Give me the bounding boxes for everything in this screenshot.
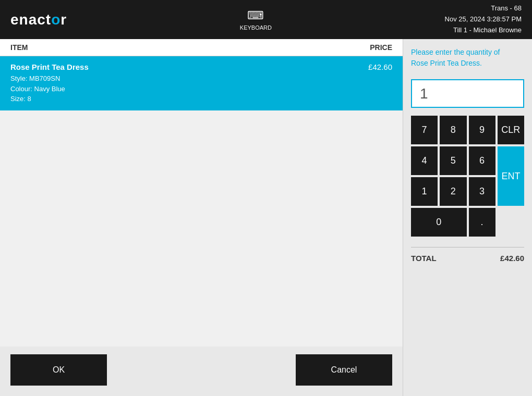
quantity-input[interactable]: 1 (411, 79, 524, 108)
keyboard-icon: ⌨ (247, 9, 264, 22)
num-6-button[interactable]: 6 (469, 146, 495, 175)
right-panel: Please enter the quantity of Rose Print … (403, 39, 532, 396)
item-price: £42.60 (340, 63, 392, 71)
date-info: Nov 25, 2024 3:28:57 PM (445, 14, 522, 25)
ok-button[interactable]: OK (10, 354, 107, 386)
table-empty-space (0, 110, 403, 347)
header-info: Trans - 68 Nov 25, 2024 3:28:57 PM Till … (445, 3, 522, 35)
num-7-button[interactable]: 7 (411, 116, 438, 144)
prompt-line1: Please enter the quantity of (411, 48, 500, 56)
dot-button[interactable]: . (469, 208, 495, 237)
numpad: 7 8 9 CLR 4 5 6 ENT 1 2 3 0 . (411, 116, 524, 237)
num-0-button[interactable]: 0 (411, 208, 467, 237)
prompt-line2: Rose Print Tea Dress. (411, 59, 482, 67)
item-colour: Colour: Navy Blue (10, 84, 340, 94)
left-panel: ITEM PRICE Rose Print Tea Dress Style: M… (0, 39, 403, 396)
trans-info: Trans - 68 (445, 3, 522, 14)
cancel-button[interactable]: Cancel (296, 354, 392, 386)
ent-button[interactable]: ENT (498, 146, 524, 206)
total-value: £42.60 (500, 254, 524, 263)
total-row: TOTAL £42.60 (411, 254, 524, 263)
column-price: PRICE (340, 43, 392, 52)
till-user-info: Till 1 - Michael Browne (445, 25, 522, 36)
item-style: Style: MB709SN (10, 73, 340, 84)
total-label: TOTAL (411, 254, 437, 263)
num-3-button[interactable]: 3 (469, 177, 495, 206)
till-info: Till 1 (453, 26, 467, 34)
item-name: Rose Print Tea Dress (10, 63, 340, 71)
clr-button[interactable]: CLR (498, 116, 524, 144)
num-4-button[interactable]: 4 (411, 146, 438, 175)
table-header: ITEM PRICE (0, 39, 403, 56)
app-header: enactor ⌨ KEYBOARD Trans - 68 Nov 25, 20… (0, 0, 532, 39)
bottom-bar: OK Cancel (0, 346, 403, 396)
num-9-button[interactable]: 9 (469, 116, 495, 144)
item-size: Size: 8 (10, 94, 340, 104)
num-2-button[interactable]: 2 (440, 177, 466, 206)
total-divider (411, 247, 524, 247)
row-item-details: Rose Print Tea Dress Style: MB709SN Colo… (10, 63, 340, 104)
keyboard-button[interactable]: ⌨ KEYBOARD (240, 9, 272, 31)
num-5-button[interactable]: 5 (440, 146, 466, 175)
app-logo: enactor (10, 11, 67, 28)
num-8-button[interactable]: 8 (440, 116, 466, 144)
num-1-button[interactable]: 1 (411, 177, 438, 206)
user-info: - Michael Browne (469, 26, 522, 34)
keyboard-label: KEYBOARD (240, 24, 272, 31)
logo-highlight: o (51, 11, 61, 28)
table-row: Rose Print Tea Dress Style: MB709SN Colo… (0, 56, 403, 110)
column-item: ITEM (10, 43, 340, 52)
main-content: ITEM PRICE Rose Print Tea Dress Style: M… (0, 39, 532, 396)
prompt-text: Please enter the quantity of Rose Print … (411, 47, 524, 69)
